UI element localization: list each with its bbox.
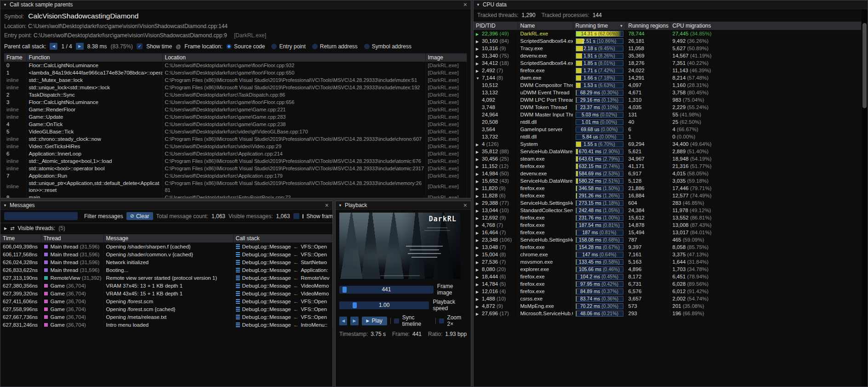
cpu-row[interactable]: ▶4,768 (7) firefox.exe 187.54 ms(0.81%) …: [474, 221, 862, 229]
cpu-row[interactable]: ▶31,340 (75) devenv.exe 1.91 s(8.26%) 35…: [474, 52, 862, 59]
cpu-row[interactable]: ▶15,004 (8) chrome.exe 147 ms(0.64%) 7,1…: [474, 251, 862, 258]
col-location[interactable]: Location: [162, 53, 425, 62]
cpu-row[interactable]: ▶22,396 (49) DarkRL.exe 14.31 s(62.06%) …: [474, 30, 862, 37]
expand-arrow-icon[interactable]: ▶: [476, 179, 482, 184]
expand-arrow-icon[interactable]: ▶: [476, 297, 482, 301]
message-row[interactable]: 627,399,320ns Game (36,704) VRAM 43x45: …: [0, 289, 332, 297]
frame-location-radio[interactable]: Return address: [312, 43, 358, 50]
col-cpu-migrations[interactable]: CPU migrations: [670, 22, 862, 30]
callstack-row[interactable]: 2 TaskDispatch::Sync C:\Users\wolf\Deskt…: [4, 91, 467, 98]
callstack-icon[interactable]: [236, 307, 240, 312]
callstack-icon[interactable]: [236, 323, 240, 327]
clear-button[interactable]: ⊘ Clear: [126, 212, 153, 220]
cpu-row[interactable]: ▶29,388 (77) ServiceHub.SettingsHost 273…: [474, 199, 862, 207]
cpu-row[interactable]: ▶12,016 (4) firefox.exe 84.89 ms(0.37%) …: [474, 288, 862, 295]
scrollbar-thumb[interactable]: [862, 23, 867, 108]
callstack-row[interactable]: 5 VideoGLBase::Tick C:\Users\wolf\Deskto…: [4, 128, 467, 135]
message-row[interactable]: 626,024,328ns Main thread (31,596) Netwo…: [0, 258, 332, 266]
cpu-row[interactable]: 3,564 GameInput server 69.68 us(0.00%) 6…: [474, 126, 862, 133]
message-row[interactable]: 627,831,246ns Game (36,704) Intro menu l…: [0, 321, 332, 329]
frame-location-radio[interactable]: Symbol address: [364, 43, 411, 50]
callstack-icon[interactable]: [236, 268, 240, 272]
cpu-row[interactable]: ▶15,652 (43) ServiceHub.DataWarehou 580.…: [474, 177, 862, 185]
expand-arrow-icon[interactable]: ▶: [476, 165, 482, 169]
callstack-icon[interactable]: [236, 299, 240, 304]
callstack-row[interactable]: 0 Floor::CalcLightNoLuminance C:\Users\w…: [4, 62, 467, 69]
frame-image-slider[interactable]: 441: [339, 286, 434, 294]
cpu-row[interactable]: 24,964 DWM Master Input Thread 5.03 ms(0…: [474, 111, 862, 118]
callstack-row[interactable]: 6 Application::InnerLoop C:\Users\wolf\D…: [4, 150, 467, 157]
col-frame[interactable]: Frame: [4, 53, 26, 62]
expand-arrow-icon[interactable]: ▶: [476, 238, 482, 243]
cpu-row[interactable]: ▶27,696 (17) Microsoft.ServiceHub.Co 48.…: [474, 310, 862, 317]
cpu-row[interactable]: 4,092 DWM LPC Port Thread 29.16 ms(0.13%…: [474, 96, 862, 104]
cpu-row[interactable]: ▶2,492 (7) firefox.exe 1.71 s(7.42%) 24,…: [474, 67, 862, 74]
callstack-row[interactable]: 4 Game::OnTick C:\Users\wolf\Desktop\dar…: [4, 121, 467, 128]
col-running-regions[interactable]: Running regions: [626, 22, 670, 30]
expand-arrow-icon[interactable]: ▶: [476, 253, 482, 257]
col-image[interactable]: Image: [425, 53, 467, 62]
cpu-row[interactable]: ▶12,692 (9) firefox.exe 231.76 ms(1.00%)…: [474, 214, 862, 221]
col-time[interactable]: Time: [0, 234, 41, 243]
cpu-row[interactable]: ▶35,812 (88) ServiceHub.DataWarehou 670.…: [474, 148, 862, 155]
expand-arrow-icon[interactable]: ▶: [476, 246, 482, 250]
expand-arrow-icon[interactable]: ▶: [476, 69, 482, 73]
expand-arrow-icon[interactable]: ▶: [476, 305, 482, 309]
frame-image-preview[interactable]: DarkRL: [339, 213, 460, 279]
sync-timeline-checkbox[interactable]: [394, 318, 399, 323]
expand-arrow-icon[interactable]: ▶: [476, 62, 482, 66]
collapse-arrow-icon[interactable]: ▼: [476, 3, 480, 7]
expand-arrow-icon[interactable]: ▶: [476, 231, 482, 235]
callstack-row[interactable]: 1 <lambda_84a19dc444fae966ca174e83e708bd…: [4, 69, 467, 76]
close-icon[interactable]: ×: [463, 1, 468, 8]
cpu-row[interactable]: ▶14,984 (50) devenv.exe 584.69 ms(2.53%)…: [474, 170, 862, 177]
close-icon[interactable]: ×: [463, 202, 468, 208]
filter-input[interactable]: [4, 212, 78, 220]
show-frame-checkbox[interactable]: [293, 213, 299, 219]
expand-arrow-icon[interactable]: ▶: [476, 143, 482, 147]
expand-arrow-icon[interactable]: ▼: [476, 76, 482, 81]
callstack-icon[interactable]: [236, 252, 240, 257]
play-button[interactable]: ▶ Play: [362, 317, 387, 325]
callstack-icon[interactable]: [236, 276, 240, 280]
callstack-icon[interactable]: [236, 291, 240, 296]
cpu-row[interactable]: ▶11,820 (9) firefox.exe 346.58 ms(1.50%)…: [474, 185, 862, 192]
expand-arrow-icon[interactable]: ▶: [476, 209, 482, 213]
collapse-arrow-icon[interactable]: ▼: [338, 203, 342, 208]
cpu-row[interactable]: ▶27,536 (7) msvsmon.exe 133.45 ms(0.58%)…: [474, 258, 862, 266]
cpu-row[interactable]: ▶4 (126) System 1.55 s(6.70%) 69,294 34,…: [474, 140, 862, 148]
callstack-row[interactable]: inline std::unique_lock<std::mutex>::loc…: [4, 84, 467, 91]
cpu-row[interactable]: ▶30,160 (84) ScriptedSandbox64.exe 2.51 …: [474, 37, 862, 45]
callstack-icon[interactable]: [236, 315, 240, 319]
tree-arrow-icon[interactable]: ▶: [4, 226, 7, 231]
cpu-row[interactable]: ▶11,828 (6) firefox.exe 291.26 ms(1.26%)…: [474, 192, 862, 199]
callstack-row[interactable]: 3 Floor::CalcLightNoLuminance C:\Users\w…: [4, 98, 467, 106]
callstack-row[interactable]: inline std::atomic<bool>::operator bool …: [4, 165, 467, 172]
callstack-row[interactable]: inline Video::GetTicksHiRes C:\Users\wol…: [4, 143, 467, 150]
collapse-arrow-icon[interactable]: ▼: [3, 3, 7, 7]
window-titlebar[interactable]: ▼ Messages ×: [0, 201, 332, 210]
expand-arrow-icon[interactable]: ▶: [476, 268, 482, 272]
cpu-row[interactable]: ▶10,316 (9) Tracy.exe 2.18 s(9.45%) 11,0…: [474, 45, 862, 52]
next-frame-button[interactable]: ▶: [350, 317, 358, 325]
callstack-row[interactable]: inline std::unique_ptr<Application,std::…: [4, 179, 467, 194]
cpu-row[interactable]: ▶13,044 (10) StandardCollector.Servic 24…: [474, 207, 862, 214]
vertical-scrollbar[interactable]: [862, 9, 868, 387]
col-pid-tid[interactable]: PID/TID: [474, 22, 518, 30]
callstack-icon[interactable]: [236, 244, 240, 249]
zoom-2x-checkbox[interactable]: [439, 318, 444, 323]
collapse-arrow-icon[interactable]: ▼: [3, 203, 7, 208]
expand-arrow-icon[interactable]: ▶: [476, 157, 482, 162]
col-running-time[interactable]: ▼Running time: [573, 22, 626, 30]
callstack-icon[interactable]: [236, 260, 240, 265]
cpu-row[interactable]: 10,512 DWM Compositor Thread 1.53 s(6.63…: [474, 81, 862, 89]
expand-arrow-icon[interactable]: ▶: [476, 216, 482, 220]
expand-arrow-icon[interactable]: ▶: [476, 54, 482, 58]
expand-arrow-icon[interactable]: ▶: [476, 312, 482, 316]
prev-frame-button[interactable]: ◀: [339, 317, 347, 325]
cpu-row[interactable]: 13,132 uDWM Event Thread 68.29 ms(0.30%)…: [474, 89, 862, 96]
close-icon[interactable]: ×: [324, 202, 330, 208]
show-time-checkbox[interactable]: [137, 43, 143, 49]
cpu-row[interactable]: 13,732 ntdll.dll 5.84 us(0.00%) 1 0 (0.0…: [474, 133, 862, 140]
message-row[interactable]: 626,833,622ns Main thread (31,596) Booti…: [0, 266, 332, 274]
